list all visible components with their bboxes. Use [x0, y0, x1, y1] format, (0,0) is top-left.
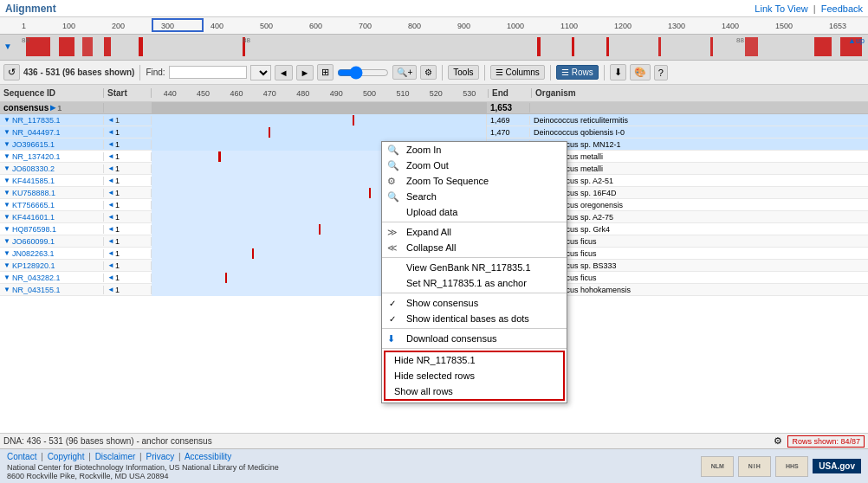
dna-range-status: DNA: 436 - 531 (96 bases shown) - anchor…: [3, 436, 212, 446]
footer-privacy[interactable]: Privacy: [146, 452, 174, 461]
download-button[interactable]: ⬇: [610, 64, 626, 80]
table-row: ▼ NR_044497.1 ◄1 1,470 Deinococcus qobie…: [0, 126, 868, 138]
menu-item-show-identical[interactable]: ✓ Show identical bases as dots: [382, 311, 567, 326]
menu-item-zoom-out[interactable]: 🔍 Zoom Out: [382, 158, 567, 173]
app-header: Alignment Link To View | Feedback: [0, 0, 868, 17]
col-header-start: Start: [104, 88, 152, 98]
toolbar-sep5: [604, 65, 605, 80]
column-headers: Sequence ID Start 440 450 460 470 480 49…: [0, 85, 868, 102]
usa-gov-logo[interactable]: USA.gov: [813, 459, 861, 473]
footer-disclaimer[interactable]: Disclaimer: [95, 452, 136, 461]
consensus-row: consensus ▶ 1 1,653: [0, 102, 868, 114]
columns-button[interactable]: ☰ Columns: [490, 65, 545, 80]
hhs-logo: HHS: [775, 456, 808, 477]
gear-icon-status[interactable]: ⚙: [774, 435, 782, 447]
toolbar-sep4: [550, 65, 551, 80]
tools-button[interactable]: Tools: [448, 65, 478, 80]
header-links: Link To View | Feedback: [755, 3, 863, 14]
footer-left: Contact | Copyright | Disclaimer | Priva…: [7, 452, 279, 480]
footer-accessibility[interactable]: Accessibility: [185, 452, 231, 461]
footer-contact[interactable]: Contact: [7, 452, 36, 461]
rows-shown-badge: Rows shown: 84/87: [787, 435, 865, 448]
menu-item-hide-nr117835[interactable]: Hide NR_117835.1: [385, 352, 563, 368]
coverage-bar: 88 88 88 ▲up ▼: [0, 35, 868, 61]
col-header-organism: Organism: [532, 88, 868, 98]
ruler-row: 1 100 200 300 400 500 600 700 800 900 10…: [0, 17, 868, 35]
menu-item-show-consensus[interactable]: ✓ Show consensus: [382, 295, 567, 311]
app-title: Alignment: [5, 3, 56, 15]
help-button[interactable]: ?: [654, 65, 668, 80]
consensus-label: consensus ▶ 1: [0, 103, 104, 113]
range-display: 436 - 531 (96 bases shown): [23, 68, 134, 77]
feedback-link[interactable]: Feedback: [821, 3, 863, 14]
table-row: ▼ NR_117835.1 ◄1 1,469 Deinococcus retic…: [0, 114, 868, 126]
menu-item-set-anchor[interactable]: Set NR_117835.1 as anchor: [382, 275, 567, 291]
rows-button[interactable]: ☰ Rows: [556, 65, 599, 80]
footer-logos: NLM NIH HHS USA.gov: [701, 456, 861, 477]
footer-links: Contact | Copyright | Disclaimer | Priva…: [7, 452, 279, 461]
zoom-slider[interactable]: [337, 67, 389, 79]
consensus-alignment: [152, 102, 487, 114]
menu-item-search[interactable]: 🔍 Search: [382, 189, 567, 204]
col-header-seq-id: Sequence ID: [0, 88, 104, 98]
menu-item-expand-all[interactable]: ≫ Expand All: [382, 224, 567, 240]
zoom-fit-button[interactable]: ⊞: [317, 64, 334, 80]
menu-item-view-genbank[interactable]: View GenBank NR_117835.1: [382, 260, 567, 275]
link-to-view[interactable]: Link To View: [755, 3, 807, 14]
footer-copyright[interactable]: Copyright: [48, 452, 85, 461]
toolbar-sep2: [442, 65, 443, 80]
find-select[interactable]: [250, 65, 271, 80]
find-label: Find:: [146, 68, 165, 77]
nav-back-button[interactable]: ◄: [275, 65, 293, 80]
footer-org: National Center for Biotechnology Inform…: [7, 463, 279, 472]
nlm-logo: NLM: [701, 456, 734, 477]
consensus-end: 1,653: [487, 103, 530, 113]
footer: Contact | Copyright | Disclaimer | Priva…: [0, 448, 868, 483]
menu-item-upload[interactable]: Upload data: [382, 204, 567, 220]
menu-item-zoom-in[interactable]: 🔍 Zoom In: [382, 142, 567, 158]
footer-address: 8600 Rockville Pike, Rockville, MD USA 2…: [7, 472, 279, 480]
config-button[interactable]: ⚙: [420, 65, 437, 80]
toolbar-sep1: [139, 65, 140, 80]
context-menu: 🔍 Zoom In 🔍 Zoom Out ⚙ Zoom To Sequence …: [381, 141, 567, 403]
find-input[interactable]: [169, 66, 247, 79]
color-button[interactable]: 🎨: [630, 64, 651, 80]
col-header-alignment: 440 450 460 470 480 490 500 510 520 530: [152, 89, 489, 98]
toolbar: ↺ 436 - 531 (96 bases shown) Find: ◄ ► ⊞…: [0, 61, 868, 85]
menu-item-hide-selected[interactable]: Hide selected rows: [385, 368, 563, 383]
menu-item-collapse-all[interactable]: ≪ Collapse All: [382, 240, 567, 255]
menu-item-download-consensus[interactable]: ⬇ Download consensus: [382, 331, 567, 346]
col-header-end: End: [489, 88, 532, 98]
toolbar-sep3: [484, 65, 485, 80]
menu-item-zoom-to-seq[interactable]: ⚙ Zoom To Sequence: [382, 173, 567, 189]
zoom-in-button[interactable]: 🔍+: [392, 65, 417, 80]
nav-forward-button[interactable]: ►: [296, 65, 314, 80]
refresh-button[interactable]: ↺: [3, 64, 20, 80]
menu-item-show-all[interactable]: Show all rows: [385, 383, 563, 399]
nih-logo: NIH: [738, 456, 771, 477]
status-bar: DNA: 436 - 531 (96 bases shown) - anchor…: [0, 433, 868, 448]
